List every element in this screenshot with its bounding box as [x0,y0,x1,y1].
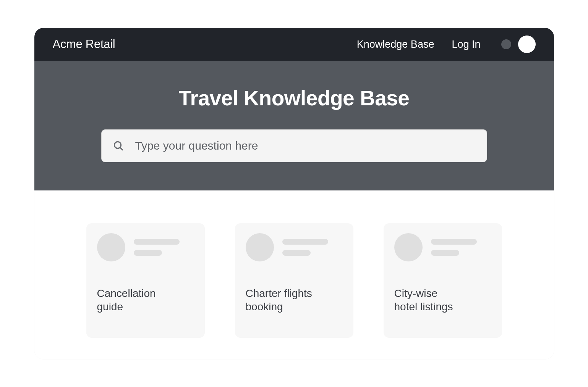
hero-title: Travel Knowledge Base [34,86,554,110]
card-header-placeholder [394,233,491,261]
card-header-placeholder [97,233,194,261]
status-dot-icon [501,39,511,49]
placeholder-line-icon [431,239,477,245]
avatar-icon[interactable] [518,35,536,53]
avatar-placeholder-icon [97,233,125,261]
header-nav: Knowledge Base Log In [357,35,536,53]
header-extras [501,35,536,53]
hero-section: Travel Knowledge Base [34,61,554,190]
avatar-placeholder-icon [246,233,274,261]
card-title: Charter flights booking [246,287,343,313]
brand-name: Acme Retail [53,37,115,51]
top-header: Acme Retail Knowledge Base Log In [34,28,554,61]
nav-login[interactable]: Log In [452,39,480,50]
cards-row: Cancellation guide Charter flights booki… [34,190,554,338]
text-placeholder [282,239,328,256]
kb-card[interactable]: Cancellation guide [86,223,205,338]
placeholder-line-icon [134,239,180,245]
search-input[interactable] [135,139,476,152]
card-header-placeholder [246,233,343,261]
kb-card[interactable]: Charter flights booking [235,223,353,338]
card-title: Cancellation guide [97,287,194,313]
card-title: City-wise hotel listings [394,287,491,313]
placeholder-line-icon [282,239,328,245]
placeholder-line-icon [282,250,311,256]
text-placeholder [134,239,180,256]
svg-line-1 [120,147,122,150]
text-placeholder [431,239,477,256]
app-frame: Acme Retail Knowledge Base Log In Travel… [34,28,554,359]
search-bar[interactable] [101,129,487,162]
avatar-placeholder-icon [394,233,423,261]
placeholder-line-icon [134,250,162,256]
placeholder-line-icon [431,250,459,256]
kb-card[interactable]: City-wise hotel listings [384,223,502,338]
search-icon [112,140,125,152]
nav-knowledge-base[interactable]: Knowledge Base [357,39,434,50]
